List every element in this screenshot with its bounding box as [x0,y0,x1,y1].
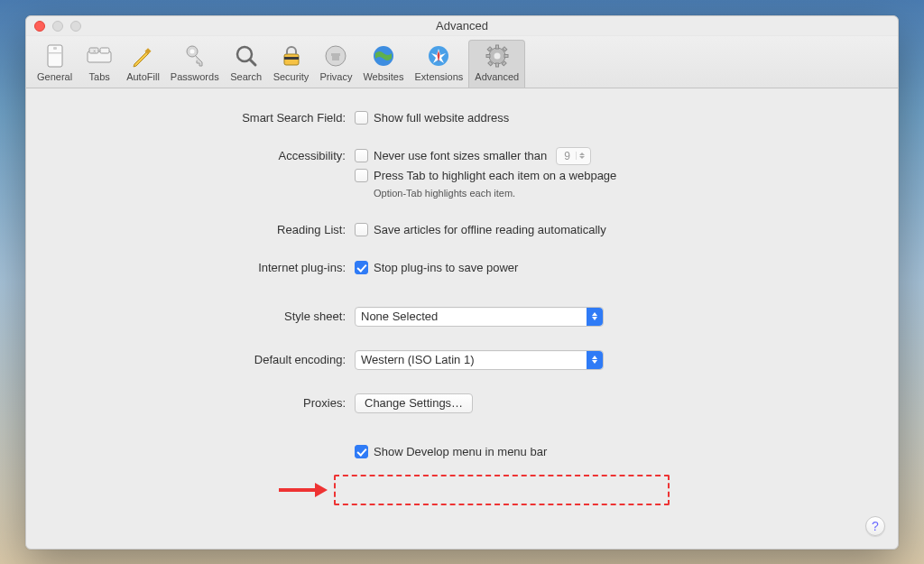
tab-tabs[interactable]: ✕ Tabs [78,41,121,88]
traffic-lights [34,21,81,32]
titlebar: Advanced [26,16,898,36]
window-title: Advanced [436,19,488,32]
tab-label: Advanced [475,71,519,82]
autofill-icon [129,42,156,69]
checkbox-show-develop[interactable]: Show Develop menu in menu bar [355,439,876,466]
svg-rect-2 [53,47,57,50]
tab-label: Tabs [89,71,110,82]
chevron-updown-icon [587,308,603,326]
tab-label: Search [230,71,262,82]
svg-rect-21 [495,45,498,49]
checkbox-label: Save articles for offline reading automa… [374,220,606,240]
select-value: Western (ISO Latin 1) [361,353,474,366]
button-label: Change Settings… [365,396,463,410]
tab-security[interactable]: Security [268,41,315,88]
checkbox-input[interactable] [355,445,368,458]
security-icon [278,42,305,69]
tab-label: Privacy [319,71,352,82]
svg-rect-13 [284,57,299,60]
tab-label: Security [273,71,310,82]
style-sheet-select[interactable]: None Selected [355,307,604,327]
checkbox-save-articles[interactable]: Save articles for offline reading automa… [355,220,876,240]
toolbar: General ✕ Tabs AutoFill Passwords Search [26,36,898,88]
checkbox-input[interactable] [355,149,368,162]
svg-rect-23 [486,54,490,57]
checkbox-input[interactable] [355,169,368,182]
tab-label: Extensions [414,71,463,82]
extensions-icon [425,42,452,69]
tab-websites[interactable]: Websites [357,41,409,88]
stepper-arrows[interactable] [576,152,588,160]
checkbox-label: Show full website address [374,108,509,128]
svg-rect-22 [495,63,498,67]
preferences-window: Advanced General ✕ Tabs AutoFill Passwor… [25,15,899,550]
tab-search[interactable]: Search [225,41,268,88]
svg-text:✕: ✕ [93,49,96,53]
tab-label: Websites [363,71,403,82]
checkbox-input[interactable] [355,223,368,236]
checkbox-stop-plugins[interactable]: Stop plug-ins to save power [355,258,876,278]
gear-icon [484,42,511,69]
privacy-icon [322,42,349,69]
tab-general[interactable]: General [32,41,78,88]
svg-point-9 [189,49,194,53]
select-value: None Selected [361,310,438,323]
svg-rect-24 [504,54,508,57]
svg-rect-1 [49,52,61,54]
checkbox-never-font-size[interactable]: Never use font sizes smaller than 9 [355,146,876,166]
tabs-icon: ✕ [86,42,113,69]
checkbox-input[interactable] [355,261,368,274]
checkbox-show-full-address[interactable]: Show full website address [355,108,876,128]
font-size-stepper[interactable]: 9 [556,147,591,165]
help-label: ? [872,519,879,533]
close-button[interactable] [34,21,45,32]
tab-extensions[interactable]: Extensions [409,41,468,88]
checkbox-label: Never use font sizes smaller than [374,146,547,166]
annotation-arrow [279,483,328,497]
tab-label: General [37,71,72,82]
content-area: Smart Search Field: Show full website ad… [26,88,898,549]
label-style-sheet: Style sheet: [48,307,355,327]
svg-point-20 [494,52,500,59]
checkbox-press-tab[interactable]: Press Tab to highlight each item on a we… [355,166,876,186]
font-size-value: 9 [559,146,576,166]
tab-privacy[interactable]: Privacy [314,41,357,88]
label-plugins: Internet plug-ins: [48,258,355,278]
minimize-button[interactable] [52,21,63,32]
maximize-button[interactable] [70,21,81,32]
svg-line-11 [250,60,255,65]
help-button[interactable]: ? [865,516,885,536]
default-encoding-select[interactable]: Western (ISO Latin 1) [355,350,604,370]
svg-rect-5 [100,48,109,53]
websites-icon [370,42,397,69]
tab-passwords[interactable]: Passwords [165,41,225,88]
label-proxies: Proxies: [48,393,355,413]
checkbox-input[interactable] [355,111,368,125]
checkbox-label: Press Tab to highlight each item on a we… [374,166,616,186]
change-settings-button[interactable]: Change Settings… [355,393,473,413]
chevron-updown-icon [587,351,603,369]
tab-autofill[interactable]: AutoFill [121,41,165,88]
passwords-icon [181,42,208,69]
search-icon [233,42,260,69]
annotation-highlight [334,475,670,505]
label-reading-list: Reading List: [48,220,355,240]
checkbox-label: Show Develop menu in menu bar [374,442,547,462]
general-icon [42,42,69,69]
option-tab-note: Option-Tab highlights each item. [374,188,876,199]
tab-label: AutoFill [126,71,160,82]
tab-advanced[interactable]: Advanced [468,40,525,88]
checkbox-label: Stop plug-ins to save power [374,258,518,278]
label-accessibility: Accessibility: [48,146,355,166]
tab-label: Passwords [171,71,219,82]
label-smart-search: Smart Search Field: [48,108,355,128]
label-default-encoding: Default encoding: [48,350,355,370]
